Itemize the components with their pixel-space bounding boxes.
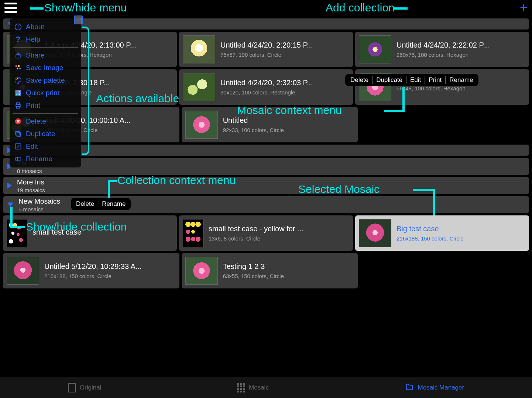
mosaic-card[interactable]: Testing 1 2 3 63x55, 150 colors, Circle <box>182 253 358 288</box>
original-icon <box>68 383 76 392</box>
print-icon <box>14 101 22 110</box>
expand-icon <box>7 183 12 188</box>
mosaic-title: small test case <box>32 228 173 236</box>
mosaic-card[interactable]: small test case - yellow for ... 13x6, 8… <box>179 215 353 251</box>
menu-rename[interactable]: Rename <box>10 153 81 165</box>
context-rename[interactable]: Rename <box>98 200 129 208</box>
svg-rect-11 <box>16 91 17 92</box>
menu-close-button[interactable]: ✕ <box>74 15 83 24</box>
mosaic-card[interactable]: Untitled 5/12/20, 10:29:33 A... 216x188,… <box>3 253 179 288</box>
collection-name: New Mosaics <box>18 197 60 205</box>
mosaic-card-selected[interactable]: Big test case 216x188, 150 colors, Circl… <box>355 215 529 251</box>
rename-icon <box>14 155 22 163</box>
mosaic-icon <box>237 383 245 392</box>
mosaic-card[interactable]: small test case <box>3 215 177 251</box>
collection-header-iris[interactable]: Iris 8 mosaics <box>3 158 529 175</box>
mosaic-card[interactable]: Untitled 92x33, 100 colors, Circle <box>182 107 358 142</box>
menu-label: Help <box>26 35 40 44</box>
separator <box>13 113 78 114</box>
collapse-icon <box>7 203 13 207</box>
mosaic-title: Untitled 4/24/20, 2:22:02 P... <box>397 41 525 49</box>
svg-rect-20 <box>17 133 21 136</box>
menu-share[interactable]: Share <box>10 49 81 62</box>
mosaic-context-menu: Delete Duplicate Edit Print Rename <box>345 74 478 86</box>
actions-menu: ✕ i About ? Help Share Save Image Save p… <box>10 18 81 167</box>
menu-label: Delete <box>26 117 46 125</box>
svg-point-8 <box>17 78 18 79</box>
menu-help[interactable]: ? Help <box>10 33 81 46</box>
menu-delete[interactable]: Delete <box>10 115 81 128</box>
mosaic-thumbnail <box>185 257 218 285</box>
svg-point-5 <box>17 68 18 69</box>
menu-quick-print[interactable]: Quick print <box>10 87 81 99</box>
context-delete[interactable]: Delete <box>347 76 372 84</box>
mosaic-title: Untitled 4/24/20, 2:20:15 P... <box>220 41 349 49</box>
mosaic-thumbnail <box>359 35 391 63</box>
menu-about[interactable]: i About <box>10 21 81 33</box>
context-duplicate[interactable]: Duplicate <box>373 76 406 84</box>
tab-original[interactable]: Original <box>68 383 102 392</box>
mosaic-thumbnail <box>7 219 27 247</box>
svg-text:i: i <box>17 25 18 30</box>
mosaic-thumbnail <box>7 257 39 285</box>
context-print[interactable]: Print <box>425 76 445 84</box>
info-icon: i <box>14 23 22 31</box>
menu-edit[interactable]: Edit <box>10 140 81 153</box>
collection-count: 5 mosaics <box>18 206 60 212</box>
share-icon <box>14 51 22 59</box>
menu-label: Duplicate <box>26 130 55 138</box>
mosaic-subtitle: 13x6, 8 colors, Circle <box>209 235 349 242</box>
save-image-icon <box>14 64 22 72</box>
menu-save-image[interactable]: Save Image <box>10 62 81 74</box>
svg-point-3 <box>16 65 17 67</box>
menu-save-palette[interactable]: Save palette <box>10 74 81 87</box>
menu-label: Quick print <box>26 89 59 97</box>
context-delete[interactable]: Delete <box>72 200 98 208</box>
hamburger-menu-button[interactable] <box>4 3 17 13</box>
mosaic-title: Big test case <box>397 225 525 233</box>
bottom-tab-bar: Original Mosaic Mosaic Manager <box>0 377 532 398</box>
collection-context-menu: Delete Rename <box>71 198 131 210</box>
menu-label: Print <box>26 101 40 110</box>
mosaic-thumbnail <box>183 73 215 101</box>
menu-label: Save Image <box>26 64 63 72</box>
svg-point-6 <box>19 68 21 69</box>
add-collection-button[interactable]: + <box>520 1 528 14</box>
mosaic-card[interactable]: Untitled 4/24/20, 2:32:03 P... 30x120, 1… <box>179 69 353 105</box>
tab-label: Mosaic <box>249 384 269 391</box>
collection-count: 8 mosaics <box>17 168 42 174</box>
menu-label: Share <box>26 51 45 59</box>
mosaic-card[interactable]: Untitled 4/24/20, 2:20:15 P... 75x57, 10… <box>179 32 353 67</box>
mosaic-thumbnail <box>359 219 391 247</box>
delete-icon <box>14 117 22 125</box>
mosaic-title: Untitled <box>223 116 354 125</box>
tab-mosaic[interactable]: Mosaic <box>237 383 269 392</box>
mosaic-subtitle: 63x55, 150 colors, Circle <box>223 273 354 279</box>
menu-duplicate[interactable]: Duplicate <box>10 128 81 140</box>
edit-icon <box>14 142 22 150</box>
collection-name: More Iris <box>17 178 45 186</box>
menu-label: Rename <box>26 155 52 163</box>
tab-mosaic-manager[interactable]: Mosaic Manager <box>405 383 464 393</box>
context-edit[interactable]: Edit <box>406 76 425 84</box>
mosaic-title: Testing 1 2 3 <box>223 262 354 271</box>
svg-point-9 <box>18 79 20 80</box>
mosaic-subtitle: 216x188, 150 colors, Circle <box>397 235 525 242</box>
mosaic-subtitle: 260x75, 100 colors, Hexagon <box>397 52 525 58</box>
svg-rect-19 <box>16 131 19 135</box>
mosaic-subtitle: 92x33, 100 colors, Circle <box>223 127 354 133</box>
mosaic-title: Untitled 4/24/20, 2:32:03 P... <box>220 79 349 87</box>
collection-header-more-iris[interactable]: More Iris 19 mosaics <box>3 177 529 194</box>
mosaic-card[interactable]: Untitled 4/24/20, 2:22:02 P... 260x75, 1… <box>355 32 529 67</box>
tab-label: Original <box>80 384 102 391</box>
menu-print[interactable]: Print <box>10 99 81 112</box>
menu-label: Save palette <box>26 76 65 84</box>
context-rename[interactable]: Rename <box>446 76 477 84</box>
mosaic-subtitle: 75x57, 100 colors, Circle <box>220 52 349 58</box>
svg-rect-10 <box>16 90 21 96</box>
svg-rect-14 <box>19 94 20 95</box>
svg-rect-22 <box>16 158 21 160</box>
svg-point-4 <box>18 65 20 67</box>
svg-rect-16 <box>17 103 20 105</box>
duplicate-icon <box>14 130 22 138</box>
